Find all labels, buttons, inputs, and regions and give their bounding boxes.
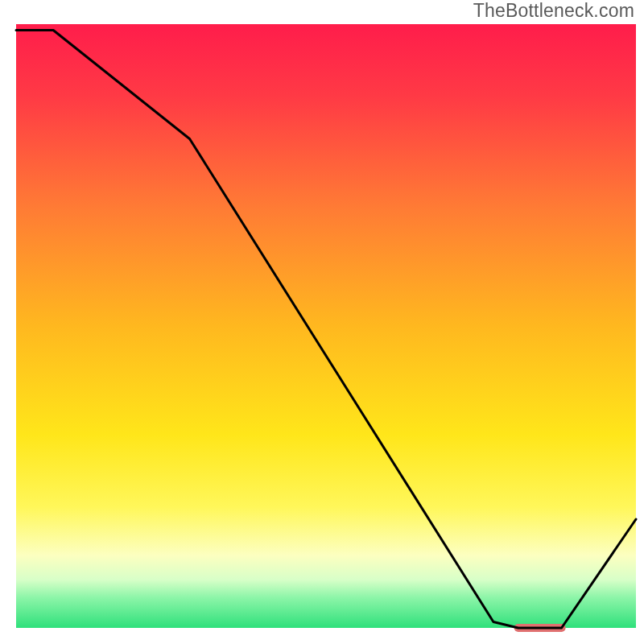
chart-canvas: [0, 0, 644, 644]
chart-background: [16, 24, 636, 628]
chart-container: TheBottleneck.com: [0, 0, 644, 644]
